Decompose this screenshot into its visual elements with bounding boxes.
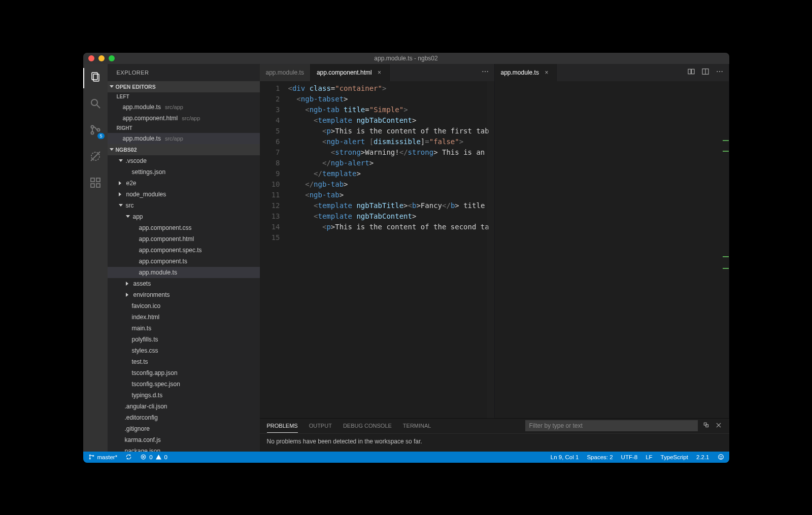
file-item[interactable]: tsconfig.spec.json [108,379,260,390]
scm-badge: 5 [97,133,104,139]
titlebar: app.module.ts - ngbs02 [83,53,729,64]
panel-message: No problems have been detected in the wo… [260,434,729,449]
file-item[interactable]: polyfills.ts [108,334,260,345]
split-icon[interactable] [701,67,709,78]
status-problems[interactable]: 0 0 [140,454,167,460]
file-item[interactable]: styles.css [108,345,260,356]
folder-item[interactable]: .vscode [108,155,260,166]
folder-item[interactable]: node_modules [108,189,260,200]
status-spaces[interactable]: Spaces: 2 [587,454,613,460]
status-sync[interactable] [125,454,132,460]
editor-group-left: app.module.ts app.component.html × [260,64,495,418]
file-item[interactable]: app.component.ts [108,256,260,267]
svg-point-5 [91,131,93,134]
editor-right[interactable] [495,81,729,418]
tab-app-module-ts-right[interactable]: app.module.ts × [495,64,557,81]
minimap[interactable] [487,81,494,418]
compare-icon[interactable] [687,67,695,78]
activity-scm[interactable]: 5 [83,121,108,141]
status-encoding[interactable]: UTF-8 [621,454,638,460]
sidebar-title: EXPLORER [108,64,260,81]
folder-item[interactable]: src [108,200,260,211]
status-feedback[interactable] [718,454,724,460]
tab-label: app.module.ts [266,69,304,76]
file-item[interactable]: package.json [108,445,260,452]
file-item[interactable]: index.html [108,312,260,323]
file-item[interactable]: .angular-cli.json [108,401,260,412]
editor-left[interactable]: 123456789101112131415 <div class="contai… [260,81,494,418]
svg-rect-12 [96,184,100,187]
folder-item[interactable]: app [108,211,260,222]
panel-tab-problems[interactable]: PROBLEMS [267,423,298,429]
file-item[interactable]: .editorconfig [108,412,260,423]
close-icon[interactable]: × [376,69,383,76]
more-icon[interactable] [716,67,724,78]
project-label: NGBS02 [116,144,137,155]
status-branch[interactable]: master* [88,454,118,460]
folder-item[interactable]: environments [108,289,260,300]
tabs-right: app.module.ts × [495,64,729,81]
open-editors-group-label: LEFT [108,92,260,101]
file-item[interactable]: karma.conf.js [108,434,260,445]
svg-line-8 [91,152,100,161]
folder-item[interactable]: assets [108,278,260,289]
close-icon[interactable]: × [543,69,550,76]
window-zoom-button[interactable] [109,55,115,61]
more-icon[interactable] [481,67,489,78]
window-minimize-button[interactable] [98,55,105,61]
warnings-count: 0 [164,454,167,460]
svg-point-20 [717,71,718,72]
open-editor-item[interactable]: app.component.htmlsrc/app [108,113,260,124]
activity-search[interactable] [83,94,108,115]
status-position[interactable]: Ln 9, Col 1 [551,454,579,460]
panel-maximize-icon[interactable] [703,422,710,430]
file-item[interactable]: main.ts [108,323,260,334]
search-icon [89,97,101,112]
editor-group-right: app.module.ts × [495,64,729,418]
panel-tab-terminal[interactable]: TERMINAL [403,423,431,429]
svg-point-21 [719,71,720,72]
file-item[interactable]: app.component.html [108,233,260,245]
svg-point-33 [718,455,723,460]
activity-debug[interactable] [83,147,108,167]
svg-point-22 [721,71,722,72]
svg-point-29 [92,455,93,456]
file-item[interactable]: typings.d.ts [108,390,260,401]
open-editors-group-label: RIGHT [108,124,260,133]
open-editor-item[interactable]: app.module.tssrc/app [108,133,260,144]
file-item[interactable]: favicon.ico [108,300,260,312]
tab-app-module-ts[interactable]: app.module.ts [260,64,311,81]
file-item[interactable]: app.component.css [108,222,260,233]
status-language[interactable]: TypeScript [661,454,688,460]
sidebar: EXPLORER OPEN EDITORS LEFTapp.module.tss… [108,64,260,452]
file-item[interactable]: tsconfig.app.json [108,367,260,379]
file-item[interactable]: app.component.spec.ts [108,245,260,256]
file-item[interactable]: app.module.ts [108,267,260,278]
activity-extensions[interactable] [83,174,108,194]
panel-filter-input[interactable] [525,420,698,431]
panel-tab-debug[interactable]: DEBUG CONSOLE [343,423,392,429]
svg-point-14 [484,71,485,72]
chevron-down-icon [126,215,130,218]
errors-count: 0 [149,454,152,460]
file-item[interactable]: test.ts [108,356,260,367]
tab-app-component-html[interactable]: app.component.html × [311,64,390,81]
activitybar: 5 [83,64,108,452]
overview-ruler[interactable] [722,81,729,418]
project-header[interactable]: NGBS02 [108,144,260,155]
activity-explorer[interactable] [83,68,108,88]
app-window: app.module.ts - ngbs02 5 [83,53,729,463]
folder-item[interactable]: e2e [108,178,260,189]
file-item[interactable]: .gitignore [108,423,260,434]
svg-point-2 [91,99,97,106]
svg-point-13 [482,71,483,72]
panel-close-icon[interactable] [715,422,722,430]
open-editors-header[interactable]: OPEN EDITORS [108,81,260,92]
file-item[interactable]: settings.json [108,166,260,178]
status-version[interactable]: 2.2.1 [696,454,709,460]
status-eol[interactable]: LF [646,454,652,460]
panel-tab-output[interactable]: OUTPUT [309,423,332,429]
open-editor-item[interactable]: app.module.tssrc/app [108,101,260,113]
window-close-button[interactable] [88,55,94,61]
svg-rect-1 [93,74,99,81]
